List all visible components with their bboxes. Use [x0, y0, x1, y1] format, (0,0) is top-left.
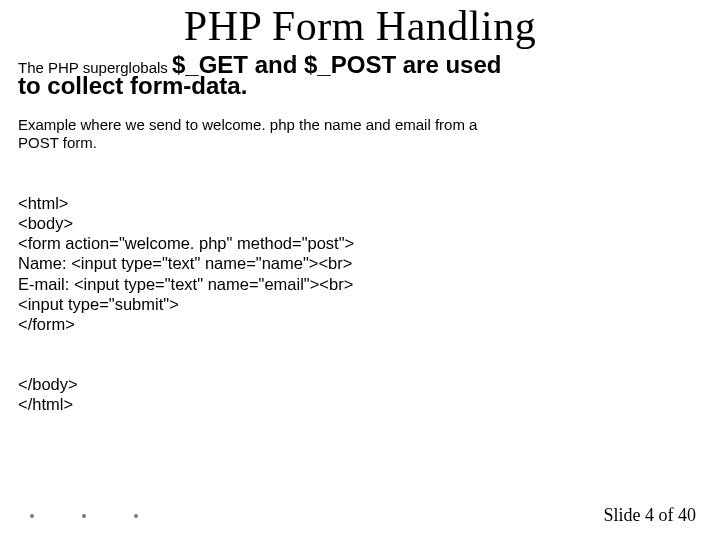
code-line: <html> [18, 194, 68, 212]
code-line: </html> [18, 395, 73, 413]
dot-icon [82, 514, 86, 518]
page-number: Slide 4 of 40 [604, 505, 697, 526]
code-block-1: <html> <body> <form action="welcome. php… [18, 173, 702, 334]
intro-text: The PHP superglobals $_GET and $_POST ar… [18, 52, 702, 98]
dot-icon [134, 514, 138, 518]
slide: PHP Form Handling The PHP superglobals $… [0, 0, 720, 540]
code-line: E-mail: <input type="text" name="email">… [18, 275, 353, 293]
code-line: <body> [18, 214, 73, 232]
code-line: Name: <input type="text" name="name"><br… [18, 254, 352, 272]
code-block-2: </body> </html> [18, 354, 702, 414]
code-line: </body> [18, 375, 78, 393]
slide-content: The PHP superglobals $_GET and $_POST ar… [0, 52, 720, 414]
dot-icon [30, 514, 34, 518]
code-line: <input type="submit"> [18, 295, 179, 313]
code-line: <form action="welcome. php" method="post… [18, 234, 354, 252]
code-line: </form> [18, 315, 75, 333]
example-text: Example where we send to welcome. php th… [18, 116, 702, 151]
decorative-dots [30, 514, 138, 518]
example-line1: Example where we send to welcome. php th… [18, 116, 702, 133]
example-line2: POST form. [18, 134, 702, 151]
slide-title: PHP Form Handling [0, 0, 720, 50]
